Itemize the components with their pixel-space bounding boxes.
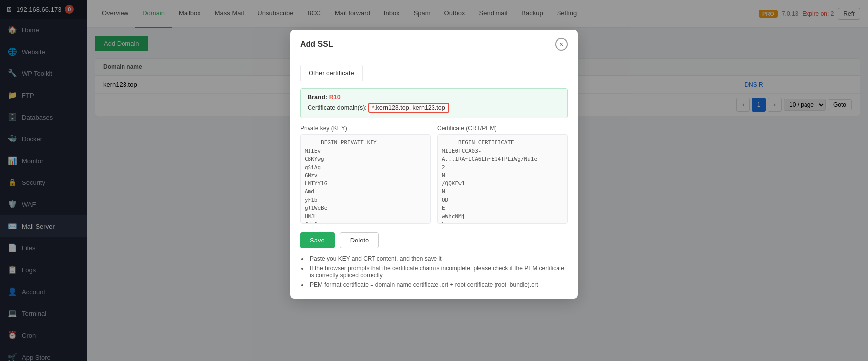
modal-body: Other certificate Brand: R10 Certificate… xyxy=(290,57,578,299)
instruction-3: PEM format certificate = domain name cer… xyxy=(308,281,568,288)
add-ssl-modal: Add SSL × Other certificate Brand: R10 C… xyxy=(290,30,578,299)
delete-ssl-button[interactable]: Delete xyxy=(340,232,379,248)
modal-title-bar: Add SSL × xyxy=(290,30,578,57)
certificate-textarea[interactable]: -----BEGIN CERTIFICATE----- MIIE0TCCA03-… xyxy=(437,134,568,224)
certificate-label: Certificate (CRT/PEM) xyxy=(437,125,568,132)
cert-domain-label: Certificate domain(s): xyxy=(308,104,367,111)
modal-title: Add SSL xyxy=(300,40,333,49)
modal-actions: Save Delete xyxy=(300,232,568,248)
brand-value: R10 xyxy=(329,94,341,101)
instructions-section: Paste you KEY and CRT content, and then … xyxy=(300,255,568,288)
instruction-1: Paste you KEY and CRT content, and then … xyxy=(308,255,568,262)
certificate-section: Certificate (CRT/PEM) -----BEGIN CERTIFI… xyxy=(437,125,568,225)
cert-domains-value: *.kern123.top, kern123.top xyxy=(368,103,449,113)
save-ssl-button[interactable]: Save xyxy=(300,232,335,248)
modal-tabs: Other certificate xyxy=(300,65,568,81)
tab-other-certificate[interactable]: Other certificate xyxy=(300,65,363,81)
cert-key-row: Private key (KEY) -----BEGIN PRIVATE KEY… xyxy=(300,125,568,225)
private-key-label: Private key (KEY) xyxy=(300,125,431,132)
ssl-brand-row: Brand: R10 xyxy=(308,94,560,101)
brand-label: Brand: xyxy=(308,94,327,101)
private-key-section: Private key (KEY) -----BEGIN PRIVATE KEY… xyxy=(300,125,431,225)
instruction-2: If the browser prompts that the certific… xyxy=(308,265,568,279)
ssl-info-box: Brand: R10 Certificate domain(s): *.kern… xyxy=(300,88,568,118)
cert-domains-row: Certificate domain(s): *.kern123.top, ke… xyxy=(308,103,560,113)
modal-close-button[interactable]: × xyxy=(555,38,568,51)
private-key-textarea[interactable]: -----BEGIN PRIVATE KEY----- MIIEv CBKYwg… xyxy=(300,134,431,224)
modal-overlay: Add SSL × Other certificate Brand: R10 C… xyxy=(0,0,868,361)
